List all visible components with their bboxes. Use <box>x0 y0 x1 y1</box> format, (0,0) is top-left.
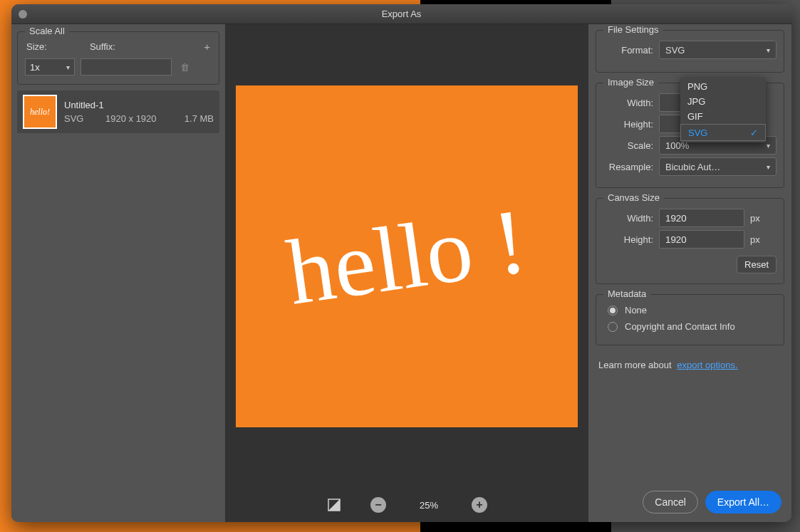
format-value: SVG <box>665 45 685 56</box>
metadata-copyright-row[interactable]: Copyright and Contact Info <box>603 318 776 335</box>
format-select[interactable]: SVG ▾ <box>659 41 776 59</box>
cancel-button[interactable]: Cancel <box>643 491 698 513</box>
export-all-button[interactable]: Export All… <box>705 491 781 513</box>
asset-name: Untitled-1 <box>64 100 214 110</box>
metadata-legend: Metadata <box>603 288 650 299</box>
canvas-size-legend: Canvas Size <box>603 192 664 203</box>
metadata-group: Metadata None Copyright and Contact Info <box>596 294 784 345</box>
chevron-down-icon: ▾ <box>767 142 770 150</box>
file-settings-legend: File Settings <box>603 24 663 35</box>
metadata-copyright-label: Copyright and Contact Info <box>625 321 735 332</box>
scale-all-group: Scale All Size: Suffix: + 1x ▾ 🗑 <box>17 31 219 85</box>
size-label: Size: <box>26 41 47 52</box>
size-value: 1x <box>30 62 40 73</box>
unit-px: px <box>750 234 760 245</box>
suffix-label: Suffix: <box>90 41 115 52</box>
artwork-text: hello ! <box>281 187 532 325</box>
metadata-none-row[interactable]: None <box>603 302 776 318</box>
contrast-icon[interactable] <box>326 497 342 513</box>
artboard: hello ! <box>236 85 578 427</box>
chevron-down-icon: ▾ <box>767 163 770 171</box>
chevron-down-icon: ▾ <box>66 63 70 71</box>
preview-area[interactable]: hello ! <box>225 24 588 488</box>
left-panel: Scale All Size: Suffix: + 1x ▾ 🗑 <box>11 24 225 522</box>
format-option-gif[interactable]: GIF <box>680 109 766 124</box>
radio-icon <box>608 322 618 332</box>
format-option-jpg[interactable]: JPG <box>680 94 766 109</box>
zoom-out-icon[interactable]: − <box>370 497 386 513</box>
chevron-down-icon: ▾ <box>767 46 770 54</box>
img-height-label: Height: <box>603 119 659 130</box>
suffix-input[interactable] <box>80 58 172 75</box>
export-options-link[interactable]: export options. <box>677 360 737 370</box>
canvas-size-group: Canvas Size Width: px Height: px Reset <box>596 198 784 284</box>
asset-format: SVG <box>64 113 105 124</box>
asset-thumbnail: hello! <box>23 95 57 129</box>
export-as-dialog: Export As Scale All Size: Suffix: + 1x ▾… <box>11 4 791 522</box>
thumb-text: hello! <box>24 96 56 127</box>
dialog-footer: Cancel Export All… <box>643 491 781 513</box>
asset-row[interactable]: hello! Untitled-1 SVG 1920 x 1920 1.7 MB <box>17 90 219 133</box>
reset-button[interactable]: Reset <box>737 256 776 273</box>
resample-select[interactable]: Bicubic Aut… ▾ <box>659 157 776 176</box>
trash-icon[interactable]: 🗑 <box>180 62 189 73</box>
zoom-percent: 25% <box>415 500 443 511</box>
cv-width-label: Width: <box>603 213 659 224</box>
radio-icon <box>608 306 618 315</box>
image-size-legend: Image Size <box>603 77 658 88</box>
img-width-label: Width: <box>603 98 659 108</box>
dialog-title: Export As <box>11 9 791 19</box>
size-select[interactable]: 1x ▾ <box>25 58 75 75</box>
metadata-none-label: None <box>625 305 647 315</box>
zoom-bar: − 25% + <box>225 488 588 522</box>
scale-label: Scale: <box>603 140 659 151</box>
format-dropdown: PNG JPG GIF SVG ✓ <box>680 78 766 142</box>
format-option-png[interactable]: PNG <box>680 79 766 94</box>
file-settings-group: File Settings Format: SVG ▾ PNG JPG GIF … <box>596 30 784 73</box>
asset-filesize: 1.7 MB <box>185 113 214 124</box>
unit-px: px <box>750 213 760 224</box>
add-scale-icon[interactable]: + <box>204 41 212 53</box>
titlebar: Export As <box>11 4 791 24</box>
scale-all-legend: Scale All <box>25 26 69 36</box>
resample-value: Bicubic Aut… <box>665 162 720 172</box>
cv-width-input[interactable] <box>659 209 744 227</box>
format-option-svg[interactable]: SVG ✓ <box>680 124 766 141</box>
check-icon: ✓ <box>750 127 758 138</box>
zoom-in-icon[interactable]: + <box>472 497 487 513</box>
format-label: Format: <box>603 45 659 56</box>
learn-more: Learn more about export options. <box>596 355 784 370</box>
cv-height-label: Height: <box>603 234 659 245</box>
right-panel: File Settings Format: SVG ▾ PNG JPG GIF … <box>588 24 791 522</box>
resample-label: Resample: <box>603 162 659 172</box>
cv-height-input[interactable] <box>659 230 744 249</box>
preview-panel: hello ! − 25% + <box>225 24 588 522</box>
asset-dimensions: 1920 x 1920 <box>105 113 185 124</box>
